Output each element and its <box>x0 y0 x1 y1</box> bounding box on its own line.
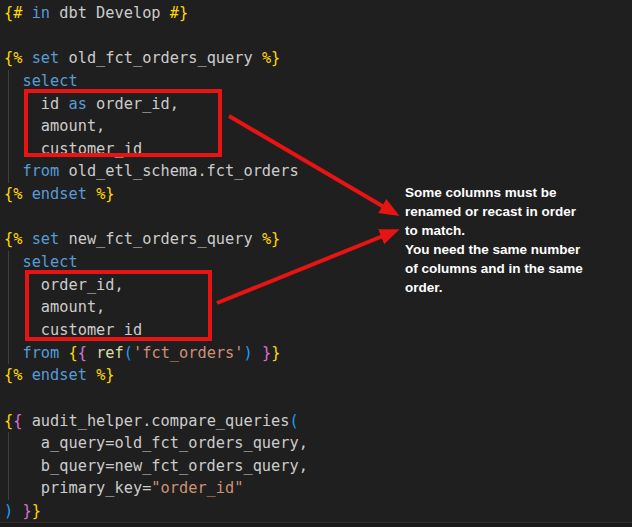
code-token: %} <box>96 185 114 203</box>
code-line[interactable]: from {{ ref('fct_orders') }} <box>4 342 632 365</box>
code-token: new_fct_orders_query <box>59 230 262 248</box>
code-line[interactable]: ) }} <box>4 500 632 523</box>
code-token: } <box>262 344 271 362</box>
code-token: from <box>22 162 59 180</box>
code-token: ( <box>124 344 133 362</box>
code-token: in <box>32 4 50 22</box>
code-token <box>87 366 96 384</box>
code-token: %} <box>96 366 114 384</box>
code-token: set <box>32 230 60 248</box>
code-line[interactable]: {{ audit_helper.compare_queries( <box>4 410 632 433</box>
code-token: old_etl_schema.fct_orders <box>59 162 298 180</box>
code-line[interactable]: amount, <box>4 115 632 138</box>
code-line[interactable] <box>4 387 632 410</box>
code-token <box>253 344 262 362</box>
code-token <box>22 366 31 384</box>
code-token: "order_id" <box>151 479 243 497</box>
code-token: primary_key= <box>4 479 151 497</box>
window-bottom-edge <box>0 522 632 527</box>
code-token: endset <box>32 366 87 384</box>
code-token: {% <box>4 230 22 248</box>
code-line[interactable]: b_query=new_fct_orders_query, <box>4 455 632 478</box>
code-line[interactable]: {% endset %} <box>4 364 632 387</box>
code-line[interactable]: from old_etl_schema.fct_orders <box>4 160 632 183</box>
code-token: amount, <box>4 117 105 135</box>
code-token: {# <box>4 4 22 22</box>
code-token: amount, <box>4 298 105 316</box>
code-line[interactable]: id as order_id, <box>4 93 632 116</box>
annotation-note: Some columns must be renamed or recast i… <box>405 183 605 297</box>
code-token <box>22 49 31 67</box>
code-token: select <box>22 253 77 271</box>
code-token: } <box>271 344 280 362</box>
code-token <box>22 185 31 203</box>
code-token: endset <box>32 185 87 203</box>
code-token: select <box>22 72 77 90</box>
code-token: ref <box>96 344 124 362</box>
code-line[interactable]: {% set old_fct_orders_query %} <box>4 47 632 70</box>
code-token: %} <box>262 230 280 248</box>
code-token <box>4 162 22 180</box>
code-token: } <box>32 502 41 520</box>
code-token: as <box>68 95 86 113</box>
code-token: ) <box>4 502 13 520</box>
code-token: customer_id <box>4 140 142 158</box>
code-token: order_id, <box>4 276 124 294</box>
code-line[interactable]: customer_id <box>4 138 632 161</box>
code-token: #} <box>170 4 188 22</box>
code-line[interactable]: customer_id <box>4 319 632 342</box>
code-token: a_query=old_fct_orders_query, <box>4 434 308 452</box>
code-line[interactable]: amount, <box>4 296 632 319</box>
code-token: { <box>68 344 77 362</box>
code-token: dbt Develop <box>50 4 170 22</box>
code-line[interactable] <box>4 25 632 48</box>
code-token: { <box>78 344 87 362</box>
code-token: audit_helper.compare_queries <box>22 412 289 430</box>
code-token <box>4 344 22 362</box>
code-token: b_query=new_fct_orders_query, <box>4 457 308 475</box>
code-token: {% <box>4 185 22 203</box>
code-token: {% <box>4 49 22 67</box>
code-token: ( <box>290 412 299 430</box>
code-token: old_fct_orders_query <box>59 49 262 67</box>
code-token <box>22 4 31 22</box>
code-token: %} <box>262 49 280 67</box>
code-token <box>87 185 96 203</box>
code-token <box>22 230 31 248</box>
code-token: {% <box>4 366 22 384</box>
code-token: { <box>4 412 13 430</box>
code-token: ) <box>244 344 253 362</box>
code-editor: {# in dbt Develop #} {% set old_fct_orde… <box>0 0 632 527</box>
code-token: order_id, <box>87 95 179 113</box>
code-token: set <box>32 49 60 67</box>
code-line[interactable]: {# in dbt Develop #} <box>4 2 632 25</box>
code-token: customer_id <box>4 321 142 339</box>
code-token: from <box>22 344 59 362</box>
code-token: id <box>4 95 68 113</box>
code-token: 'fct_orders' <box>133 344 244 362</box>
code-line[interactable]: a_query=old_fct_orders_query, <box>4 432 632 455</box>
code-token <box>87 344 96 362</box>
code-token <box>4 72 22 90</box>
code-token: } <box>22 502 31 520</box>
code-line[interactable]: select <box>4 70 632 93</box>
code-line[interactable]: primary_key="order_id" <box>4 477 632 500</box>
code-token <box>4 253 22 271</box>
